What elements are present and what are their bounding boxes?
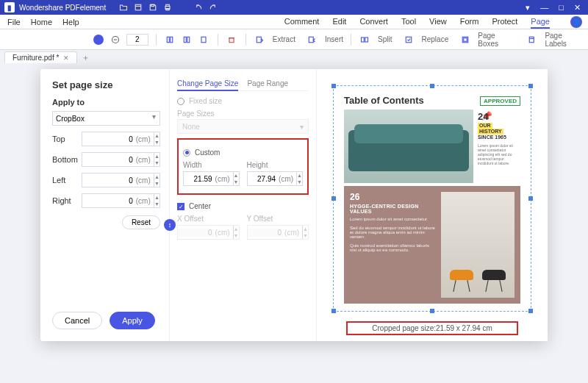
menu-bar: File Home Help Comment Edit Convert Tool… (0, 15, 588, 29)
svg-rect-17 (463, 37, 467, 41)
resize-handle-icon[interactable] (528, 309, 533, 313)
insert-label[interactable]: Insert (325, 35, 343, 43)
document-tab[interactable]: Furniture.pdf * ✕ (4, 51, 77, 63)
svg-rect-11 (257, 37, 262, 43)
extract-icon[interactable] (254, 33, 266, 46)
redo-icon[interactable] (209, 3, 218, 12)
page-layout2-icon[interactable] (181, 33, 193, 46)
crop-info-label: Cropped page size:21.59 x 27.94 cm (346, 321, 518, 335)
resize-handle-icon[interactable] (528, 196, 533, 201)
tab-form[interactable]: Form (460, 15, 479, 29)
reset-button[interactable]: Reset (122, 215, 160, 229)
panel-toggle-icon[interactable]: ↕ (164, 219, 176, 231)
xoffset-label: X Offset (177, 215, 240, 223)
apply-button[interactable]: Apply (110, 312, 155, 329)
preview-section-1: 24 OUR HISTORY SINCE 1965 Lorem ipsum do… (473, 110, 520, 183)
page-boxes-label[interactable]: Page Boxes (478, 32, 515, 48)
add-page-icon[interactable] (93, 33, 105, 46)
app-logo-icon: ▮ (4, 2, 15, 12)
apply-to-select[interactable]: CropBox (52, 111, 160, 126)
save-icon[interactable] (148, 3, 157, 12)
dialog-size-panel: ↕ Change Page Size Page Range Fixed size… (169, 69, 316, 341)
tab-view[interactable]: View (429, 15, 447, 29)
extract-label[interactable]: Extract (273, 35, 295, 43)
page-sizes-label: Page Sizes (177, 110, 309, 118)
preview-image-sofa (344, 110, 473, 183)
left-label: Left (52, 176, 82, 185)
page-layout1-icon[interactable] (164, 33, 176, 46)
undo-icon[interactable] (194, 3, 203, 12)
menu-file[interactable]: File (7, 18, 21, 26)
add-tab-icon[interactable]: ＋ (82, 52, 90, 63)
center-checkbox[interactable]: ✓Center (177, 202, 309, 210)
page-labels-icon[interactable] (526, 33, 538, 46)
svg-rect-13 (362, 37, 365, 42)
tab-convert[interactable]: Convert (359, 15, 388, 29)
tab-comment[interactable]: Comment (284, 15, 320, 29)
approved-stamp: APPROVED (480, 96, 520, 106)
resize-handle-icon[interactable] (528, 84, 533, 88)
quick-access-toolbar (119, 3, 218, 12)
resize-handle-icon[interactable] (331, 309, 336, 313)
tab-page-range[interactable]: Page Range (247, 79, 288, 87)
replace-label[interactable]: Replace (422, 35, 449, 43)
top-input[interactable]: (cm)▲▼ (82, 132, 160, 146)
svg-rect-10 (201, 37, 206, 43)
svg-rect-9 (187, 37, 190, 43)
close-tab-icon[interactable]: ✕ (63, 54, 69, 62)
bottom-input[interactable]: (cm)▲▼ (82, 152, 160, 167)
svg-rect-7 (171, 37, 173, 43)
tab-protect[interactable]: Protect (492, 15, 517, 29)
dropdown-icon[interactable]: ▾ (526, 4, 530, 12)
left-input[interactable]: (cm)▲▼ (82, 173, 160, 187)
right-input[interactable]: (cm)▲▼ (82, 193, 160, 208)
page-boxes-icon[interactable] (459, 33, 471, 46)
remove-page-icon[interactable] (110, 33, 122, 46)
split-icon[interactable] (359, 33, 371, 46)
rotate-icon[interactable] (198, 33, 210, 46)
split-label[interactable]: Split (378, 35, 392, 43)
page-number-input[interactable] (126, 34, 148, 46)
svg-rect-8 (184, 37, 187, 43)
replace-icon[interactable] (402, 33, 415, 46)
resize-handle-icon[interactable] (331, 84, 336, 88)
dialog-preview-panel: Table of Contents APPROVED 📌 24 OUR HIST… (316, 69, 548, 341)
menu-help[interactable]: Help (62, 18, 79, 26)
menu-home[interactable]: Home (31, 18, 52, 26)
svg-rect-14 (365, 37, 368, 42)
fixed-size-radio[interactable]: Fixed size (177, 97, 309, 105)
custom-size-radio[interactable]: Custom (183, 148, 303, 157)
page-boxes-dialog: ✕ Set page size Apply to CropBox Top (cm… (40, 69, 548, 341)
recent-icon[interactable] (134, 3, 143, 12)
right-label: Right (52, 196, 82, 205)
cancel-button[interactable]: Cancel (52, 312, 102, 329)
yoffset-input: (cm)▲▼ (247, 225, 309, 240)
svg-rect-0 (135, 4, 141, 10)
close-window-icon[interactable]: ✕ (574, 4, 581, 12)
maximize-icon[interactable]: □ (559, 4, 564, 12)
svg-rect-6 (167, 37, 169, 43)
height-label: Height (247, 161, 304, 169)
page-sizes-select: None (177, 119, 309, 134)
page-labels-label[interactable]: Page Labels (545, 32, 584, 48)
app-title: Wondershare PDFelement (19, 4, 106, 12)
tab-edit[interactable]: Edit (332, 15, 346, 29)
height-input[interactable]: (cm)▲▼ (247, 171, 304, 186)
tab-change-page-size[interactable]: Change Page Size (177, 79, 238, 91)
resize-handle-icon[interactable] (430, 309, 434, 313)
tab-page[interactable]: Page (531, 15, 550, 29)
print-icon[interactable] (163, 3, 172, 12)
top-label: Top (52, 135, 82, 143)
tab-tool[interactable]: Tool (401, 15, 416, 29)
resize-handle-icon[interactable] (430, 84, 434, 88)
insert-icon[interactable] (306, 33, 318, 46)
delete-page-icon[interactable] (226, 33, 238, 46)
crop-selection[interactable]: Table of Contents APPROVED 📌 24 OUR HIST… (333, 85, 531, 312)
resize-handle-icon[interactable] (331, 196, 336, 201)
document-tab-bar: Furniture.pdf * ✕ ＋ (0, 50, 588, 65)
minimize-icon[interactable]: — (540, 4, 548, 12)
width-input[interactable]: (cm)▲▼ (183, 171, 240, 186)
user-avatar-icon[interactable]: 👤 (570, 16, 582, 28)
open-icon[interactable] (119, 3, 128, 12)
width-label: Width (183, 161, 240, 169)
